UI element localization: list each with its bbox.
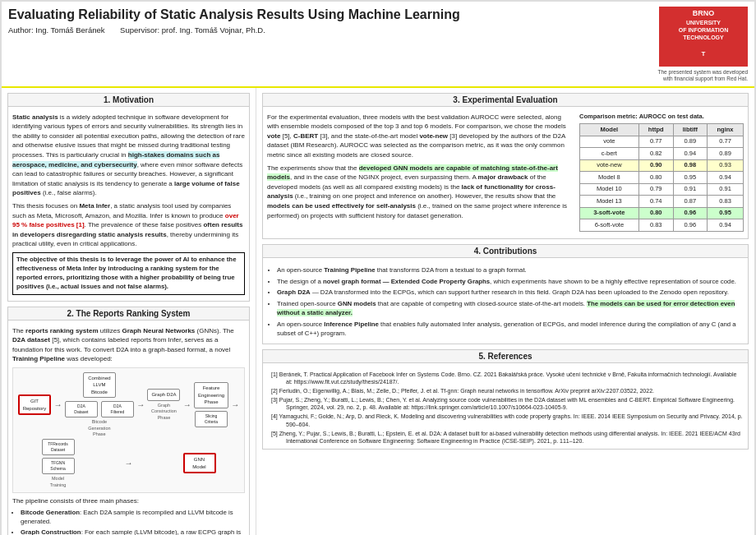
phases-list: Bitcode Generation: Each D2A sample is r…: [12, 509, 245, 535]
false-pos-term: large volume of false positives: [12, 180, 240, 197]
cell-m13-httpd: 0.74: [638, 196, 673, 208]
training-pipeline-term: Training Pipeline: [12, 355, 65, 362]
contributions-list: An open-source Training Pipeline that tr…: [267, 266, 744, 339]
motivation-section: 1. Motivation Static analysis is a widel…: [7, 93, 250, 302]
supervisor-label: Supervisor:: [120, 25, 159, 35]
ref-3: [3] Pujar, S.; Zheng, Y.; Buratti, L.; L…: [271, 396, 744, 411]
row-3soft: 3-soft-vote 0.80 0.96 0.95: [580, 207, 744, 219]
arrow3: →: [183, 399, 191, 411]
cell-m8-name: Model 8: [580, 172, 639, 184]
ref-5: [5] Zheng, Y.; Pujar, S.; Lewis, B.; Bur…: [271, 430, 744, 445]
comparison-table-area: Comparison metric: AUROCC on test data. …: [579, 113, 744, 232]
cell-votenew-name: vote-new: [580, 159, 639, 172]
poster: Evaluating Reliability of Static Analysi…: [0, 0, 756, 535]
arrow4: →: [231, 399, 239, 411]
pipe-node-graph-d2a: Graph D2A: [147, 389, 180, 400]
arrow2: →: [136, 399, 145, 411]
pipe-label-graph: GraphConstructionPhase: [151, 403, 177, 422]
contributions-title: 4. Contributions: [263, 245, 748, 258]
logo-caption: The presented system was developedwith f…: [658, 69, 748, 83]
right-column: 3. Experimental Evaluation For the exper…: [256, 88, 754, 535]
pipe-model: TFRecordsDataset TFGNNSchema ModelTraini…: [41, 438, 76, 488]
cell-vote-httpd: 0.77: [638, 136, 673, 148]
pipe-node-tfgnn: TFGNNSchema: [42, 458, 75, 474]
pipe-bitcode: CombinedLLVMBitcode D2ADataset D2AFilter…: [64, 371, 135, 438]
header-left: Evaluating Reliability of Static Analysi…: [8, 7, 649, 35]
row-votenew: vote-new 0.90 0.98 0.93: [580, 159, 744, 172]
cell-6soft-nginx: 0.94: [708, 219, 744, 232]
cell-3soft-httpd: 0.80: [638, 207, 673, 219]
pipe-node-bitcode: CombinedLLVMBitcode: [83, 372, 116, 398]
cell-m13-nginx: 0.83: [708, 196, 744, 208]
static-analysis-term: Static analysis: [12, 113, 58, 121]
ref-1: [1] Beránek, T. Practical Application of…: [271, 371, 744, 385]
pipe-node-feature: FeatureEngineeringPhase: [194, 382, 228, 408]
cell-votenew-httpd: 0.90: [638, 159, 673, 172]
cell-cbert-name: c-bert: [580, 148, 639, 160]
contrib-1: An open-source Training Pipeline that tr…: [277, 266, 744, 275]
pipe-git: GITRepository: [17, 394, 53, 416]
reports-ranking-section: 2. The Reports Ranking System The report…: [7, 307, 250, 535]
pipe-node-d2a-dataset: D2ADataset: [65, 401, 98, 417]
cell-6soft-libiff: 0.96: [673, 219, 707, 232]
author-label: Author:: [8, 25, 34, 35]
phases-title: The pipeline consists of three main phas…: [12, 496, 245, 506]
row-model13: Model 13 0.74 0.87 0.83: [580, 196, 744, 208]
arrow5: →: [125, 458, 133, 469]
cell-m8-nginx: 0.94: [708, 172, 744, 184]
cell-vote-name: vote: [580, 136, 639, 148]
ranking-para1: The reports ranking system utilizes Grap…: [12, 326, 245, 364]
motivation-content: Static analysis is a widely adopted tech…: [8, 110, 249, 301]
results-table: Model httpd libtiff nginx vote: [579, 123, 744, 232]
references-list: [1] Beránek, T. Practical Application of…: [267, 371, 744, 445]
d2a-term: D2A dataset: [12, 336, 50, 344]
cell-m10-libiff: 0.91: [673, 183, 707, 196]
contributions-content: An open-source Training Pipeline that tr…: [263, 261, 748, 344]
ranking-system-term: reports ranking system: [25, 327, 98, 334]
references-section: 5. References [1] Beránek, T. Practical …: [262, 349, 749, 450]
col-model: Model: [580, 124, 639, 136]
pipe-label-bitcode: BitcodeGenerationPhase: [88, 419, 110, 438]
row-vote: vote 0.77 0.89 0.77: [580, 136, 744, 148]
objective-term: objective of this thesis is to leverage …: [16, 256, 236, 272]
pipe-node-gnn: GNNModel: [183, 453, 216, 473]
cell-vote-nginx: 0.77: [708, 136, 744, 148]
experimental-title: 3. Experimental Evaluation: [263, 94, 748, 107]
objective-box: The objective of this thesis is to lever…: [12, 252, 245, 295]
cell-m8-libiff: 0.95: [673, 172, 707, 184]
pipe-node-d2a-filtered: D2AFiltered: [101, 401, 134, 417]
pipe-feature: FeatureEngineeringPhase SlicingCriteria: [193, 381, 229, 427]
phase-graph: Graph Construction: For each sample (LLV…: [21, 528, 245, 535]
ref-2: [2] Ferludin, O.; Eigenwillig, A.; Blais…: [271, 387, 744, 394]
experimental-top: For the experimental evaluation, three m…: [267, 113, 744, 232]
pipe-node-slicing: SlicingCriteria: [195, 411, 228, 427]
cell-votenew-nginx: 0.93: [708, 159, 744, 172]
references-content: [1] Beránek, T. Practical Application of…: [263, 367, 748, 449]
col-libiff: libtiff: [673, 124, 707, 136]
cell-3soft-name: 3-soft-vote: [580, 207, 639, 219]
pipe-gnn: GNNModel: [182, 452, 217, 474]
header-subtitle: Author: Ing. Tomáš Beránek Supervisor: p…: [8, 25, 649, 35]
contributions-section: 4. Contributions An open-source Training…: [262, 244, 749, 344]
motivation-title: 1. Motivation: [8, 94, 249, 107]
pipeline-diagram: GITRepository → CombinedLLVMBitcode D2AD…: [12, 367, 245, 493]
row-model10: Model 10 0.79 0.91 0.91: [580, 183, 744, 196]
phase-bitcode: Bitcode Generation: Each D2A sample is r…: [21, 509, 245, 527]
cell-6soft-httpd: 0.83: [638, 219, 673, 232]
cell-m10-httpd: 0.79: [638, 183, 673, 196]
exp-para1: For the experimental evaluation, three m…: [267, 113, 574, 160]
cell-cbert-libiff: 0.94: [673, 148, 707, 160]
exp-para2: The experiments show that the developed …: [267, 164, 574, 221]
motivation-para2: This thesis focuses on Meta Infer, a sta…: [12, 201, 245, 249]
pipe-node-git: GITRepository: [18, 394, 52, 415]
cell-cbert-httpd: 0.82: [638, 148, 673, 160]
pipe-label-model: ModelTraining: [50, 476, 67, 488]
motivation-para1: Static analysis is a widely adopted tech…: [12, 113, 245, 198]
header: Evaluating Reliability of Static Analysi…: [2, 2, 754, 88]
contrib-5: An open-source Inference Pipeline that e…: [277, 321, 744, 339]
cell-3soft-nginx: 0.95: [708, 207, 744, 219]
cell-m8-httpd: 0.80: [638, 172, 673, 184]
row-cbert: c-bert 0.82 0.94 0.89: [580, 148, 744, 160]
experimental-content: For the experimental evaluation, three m…: [263, 110, 748, 238]
cell-m13-libiff: 0.87: [673, 196, 707, 208]
